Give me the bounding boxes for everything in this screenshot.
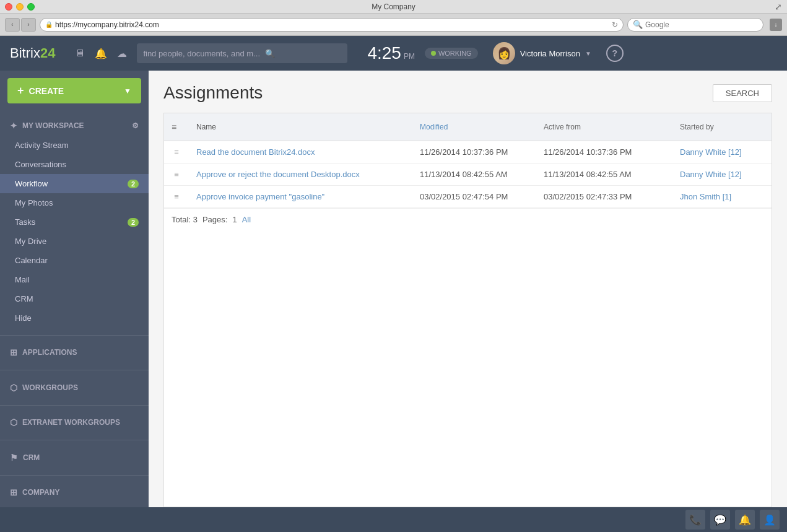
maximize-button[interactable]	[27, 3, 35, 11]
table-header: ≡ Name Modified Active from Started by	[164, 113, 772, 141]
document-lines-icon-2: ≡	[174, 170, 179, 179]
workspace-icon: ✦	[10, 121, 17, 131]
total-label: Total: 3	[172, 215, 198, 224]
crm-section-label: CRM	[23, 453, 40, 462]
workflow-label: Workflow	[15, 179, 48, 188]
row-name-2[interactable]: Approve or reject the document Desktop.d…	[189, 164, 412, 185]
refresh-icon[interactable]: ↻	[612, 20, 618, 29]
applications-header[interactable]: ⊞ APPLICATIONS	[0, 342, 149, 362]
sidebar-item-tasks[interactable]: Tasks 2	[0, 212, 149, 232]
row-started-by-3[interactable]: Jhon Smith [1]	[672, 186, 772, 207]
my-workspace-section: ✦ MY WORKSPACE ⚙ Activity Stream Convers…	[0, 111, 149, 333]
time-area: 4:25 PM	[367, 43, 415, 63]
avatar: 👩	[493, 42, 515, 64]
browser-search[interactable]: 🔍	[627, 18, 763, 32]
browser-search-input[interactable]	[645, 20, 758, 29]
logo[interactable]: Bitrix 24	[10, 45, 55, 61]
document-lines-icon-3: ≡	[174, 192, 179, 201]
extranet-icon: ⬡	[10, 417, 17, 427]
search-icon: 🔍	[265, 49, 275, 58]
sidebar-item-crm[interactable]: CRM	[0, 289, 149, 308]
url-text: https://mycompany.bitrix24.com	[55, 20, 609, 29]
sidebar-item-hide[interactable]: Hide	[0, 308, 149, 328]
workspace-gear-icon[interactable]: ⚙	[132, 121, 139, 130]
my-workspace-header[interactable]: ✦ MY WORKSPACE ⚙	[0, 116, 149, 136]
table-row: ≡ Approve or reject the document Desktop…	[164, 164, 772, 186]
col-header-active-from: Active from	[536, 119, 672, 135]
url-bar[interactable]: 🔒 https://mycompany.bitrix24.com ↻	[40, 18, 624, 32]
app-header: Bitrix 24 🖥 🔔 ☁ find people, documents, …	[0, 36, 787, 71]
assignments-table: ≡ Name Modified Active from Started by ≡…	[163, 113, 772, 507]
monitor-icon[interactable]: 🖥	[75, 48, 85, 59]
minimize-button[interactable]	[16, 3, 24, 11]
sidebar-item-activity-stream[interactable]: Activity Stream	[0, 136, 149, 155]
close-button[interactable]	[5, 3, 12, 11]
applications-icon: ⊞	[10, 347, 17, 357]
sidebar-item-my-photos[interactable]: My Photos	[0, 193, 149, 212]
extranet-header[interactable]: ⬡ EXTRANET WORKGROUPS	[0, 412, 149, 432]
workflow-badge: 2	[128, 180, 139, 188]
cloud-icon[interactable]: ☁	[117, 48, 127, 59]
search-placeholder: find people, documents, and m...	[143, 49, 260, 58]
mail-label: Mail	[15, 275, 30, 284]
table-row: ≡ Read the document Bitrix24.docx 11/26/…	[164, 141, 772, 164]
help-button[interactable]: ?	[606, 45, 624, 62]
row-icon-1: ≡	[164, 141, 189, 163]
sidebar-item-mail[interactable]: Mail	[0, 270, 149, 289]
bell-icon[interactable]: 🔔	[95, 48, 107, 59]
create-label: CREATE	[29, 86, 64, 96]
search-area[interactable]: find people, documents, and m... 🔍	[137, 43, 347, 63]
create-button[interactable]: + CREATE ▼	[7, 78, 141, 103]
chat-icon[interactable]: 💬	[710, 510, 730, 530]
time-suffix: PM	[404, 52, 415, 61]
lock-icon: 🔒	[45, 21, 53, 28]
applications-label: APPLICATIONS	[22, 348, 77, 357]
conversations-label: Conversations	[15, 160, 66, 169]
time-display: 4:25	[367, 43, 401, 63]
crm-section: ⚑ CRM	[0, 443, 149, 473]
crm-header[interactable]: ⚑ CRM	[0, 448, 149, 468]
row-modified-1: 11/26/2014 10:37:36 PM	[412, 141, 536, 163]
forward-button[interactable]: ›	[21, 18, 36, 32]
phone-icon[interactable]: 📞	[685, 510, 705, 530]
row-started-by-2[interactable]: Danny White [12]	[672, 164, 772, 185]
row-name-1[interactable]: Read the document Bitrix24.docx	[189, 141, 412, 163]
sidebar-item-calendar[interactable]: Calendar	[0, 251, 149, 270]
help-label: ?	[612, 48, 618, 58]
app-container: Bitrix 24 🖥 🔔 ☁ find people, documents, …	[0, 36, 787, 532]
user-name: Victoria Morrison	[520, 49, 580, 58]
user-icon[interactable]: 👤	[760, 510, 780, 530]
logo-bitrix: Bitrix	[10, 45, 40, 61]
nav-buttons[interactable]: ‹ ›	[5, 18, 36, 32]
sidebar-item-conversations[interactable]: Conversations	[0, 155, 149, 174]
user-area[interactable]: 👩 Victoria Morrison ▼	[493, 42, 591, 64]
notification-icon[interactable]: 🔔	[735, 510, 755, 530]
row-started-by-1[interactable]: Danny White [12]	[672, 141, 772, 163]
my-workspace-label: MY WORKSPACE	[22, 121, 84, 130]
workgroups-icon: ⬡	[10, 383, 17, 393]
row-modified-3: 03/02/2015 02:47:54 PM	[412, 186, 536, 207]
main-content: Assignments SEARCH ≡ Name Modified Activ…	[149, 71, 787, 507]
row-modified-2: 11/13/2014 08:42:55 AM	[412, 164, 536, 185]
tasks-badge: 2	[128, 218, 139, 227]
browser-search-icon: 🔍	[633, 20, 643, 29]
back-button[interactable]: ‹	[5, 18, 20, 32]
avatar-img: 👩	[493, 42, 515, 64]
col-header-modified[interactable]: Modified	[412, 119, 536, 135]
row-name-3[interactable]: Approve invoice payment "gasoline"	[189, 186, 412, 207]
all-link[interactable]: All	[242, 215, 251, 224]
bottom-bar: 📞 💬 🔔 👤	[0, 507, 787, 532]
sidebar-item-workflow[interactable]: Workflow 2	[0, 174, 149, 193]
company-header[interactable]: ⊞ COMPANY	[0, 482, 149, 502]
workgroups-header[interactable]: ⬡ WORKGROUPS	[0, 378, 149, 398]
extranet-label: EXTRANET WORKGROUPS	[22, 418, 120, 427]
extranet-section: ⬡ EXTRANET WORKGROUPS	[0, 408, 149, 437]
search-button[interactable]: SEARCH	[713, 84, 772, 102]
mac-titlebar: My Company ⤢	[0, 0, 787, 14]
working-badge[interactable]: WORKING	[425, 48, 478, 59]
sidebar-item-my-drive[interactable]: My Drive	[0, 232, 149, 251]
activity-stream-label: Activity Stream	[15, 141, 69, 150]
calendar-label: Calendar	[15, 256, 48, 265]
download-icon[interactable]: ↓	[770, 19, 782, 31]
col-header-name: Name	[189, 119, 412, 135]
